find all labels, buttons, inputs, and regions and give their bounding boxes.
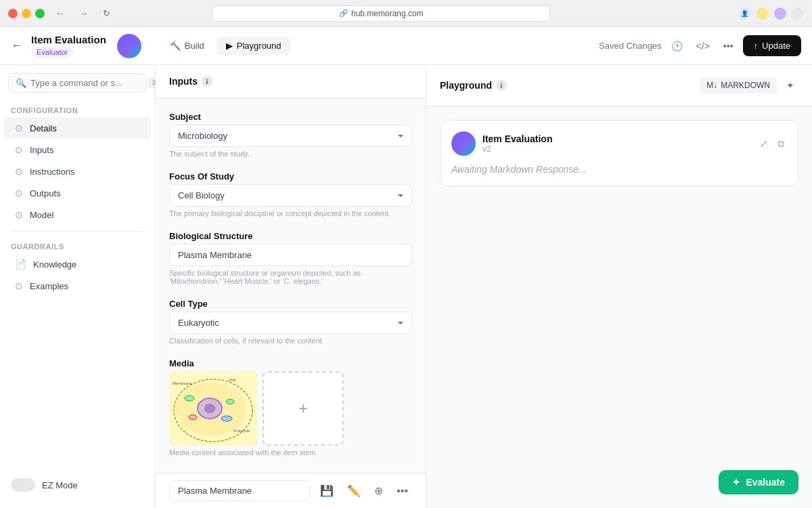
media-hint: Media content associated with the item s… <box>169 448 412 457</box>
update-button[interactable]: ↑ Update <box>743 35 801 56</box>
browser-bar: ← → ↻ 🔗 hub.memorang.com 👤 <box>0 0 812 27</box>
tab-build-label: Build <box>185 41 204 51</box>
browser-maximize[interactable] <box>35 9 45 18</box>
browser-close[interactable] <box>8 9 18 18</box>
focus-hint: The primary biological discipline or con… <box>169 209 412 217</box>
svg-text:DNA: DNA <box>229 378 236 382</box>
media-field-group: Media <box>169 358 412 457</box>
sidebar-item-knowledge[interactable]: 📄 Knowledge <box>4 253 151 275</box>
svg-point-5 <box>185 396 194 401</box>
plus-icon: + <box>298 399 308 418</box>
bottom-input-field[interactable] <box>169 480 311 501</box>
magic-button[interactable]: ✦ <box>782 76 798 95</box>
focus-select[interactable]: Cell Biology <box>169 184 412 207</box>
svg-point-7 <box>221 416 232 421</box>
svg-text:Prokaryote: Prokaryote <box>233 429 250 433</box>
response-version: v2 <box>482 144 552 154</box>
inputs-info-icon[interactable]: ℹ <box>202 76 212 87</box>
cell-diagram-svg: Membrane DNA Prokaryote <box>169 371 257 446</box>
markdown-label: MARKDOWN <box>721 81 770 90</box>
tab-playground[interactable]: ▶ Playground <box>217 37 291 55</box>
url-icon: 🔗 <box>339 9 348 18</box>
browser-reload[interactable]: ↻ <box>99 4 114 22</box>
edit-toolbar-button[interactable]: ✏️ <box>343 480 365 501</box>
playground-content: Item Evaluation v2 ⤢ ⧉ Awaiting Markdown… <box>426 106 812 508</box>
ez-mode-toggle[interactable] <box>11 478 35 492</box>
focus-label: Focus Of Study <box>169 171 412 182</box>
browser-right-controls: 👤 <box>739 7 804 20</box>
history-button[interactable]: 🕐 <box>667 37 687 56</box>
search-input[interactable] <box>30 78 144 88</box>
biological-structure-label: Biological Structure <box>169 231 412 241</box>
sidebar-item-details[interactable]: ⊙ Details <box>4 117 151 139</box>
browser-forward[interactable]: → <box>75 4 92 22</box>
response-avatar <box>451 131 476 156</box>
tab-build[interactable]: 🔨 Build <box>160 37 214 55</box>
browser-account-icon: 👤 <box>739 7 751 20</box>
biological-structure-field-group: Biological Structure Specific biological… <box>169 231 412 285</box>
sidebar-item-examples[interactable]: ⊙ Examples <box>4 275 151 297</box>
app-title: Item Evaluation <box>31 34 106 45</box>
sidebar-item-examples-label: Examples <box>30 281 68 291</box>
instructions-icon: ⊙ <box>15 166 23 177</box>
app-avatar <box>117 34 141 58</box>
more-toolbar-button[interactable]: ••• <box>392 481 412 501</box>
markdown-toggle[interactable]: M↓ MARKDOWN <box>700 77 777 93</box>
sidebar-item-instructions[interactable]: ⊙ Instructions <box>4 161 151 182</box>
response-title: Item Evaluation <box>482 133 552 144</box>
media-label: Media <box>169 358 412 368</box>
cell-type-field-group: Cell Type Eukaryotic Classification of c… <box>169 299 412 345</box>
cell-type-select[interactable]: Eukaryotic <box>169 312 412 334</box>
header-tabs: 🔨 Build ▶ Playground <box>160 37 291 55</box>
media-add-button[interactable]: + <box>263 371 344 446</box>
save-toolbar-button[interactable]: 💾 <box>316 480 338 501</box>
more-button[interactable]: ••• <box>719 37 738 56</box>
content-area: Inputs ℹ Subject Microbiology The subjec… <box>156 65 812 508</box>
code-button[interactable]: </> <box>692 37 714 56</box>
svg-point-8 <box>189 415 197 420</box>
ez-mode-label: EZ Mode <box>42 480 78 490</box>
app-header: ← Item Evaluation Evaluator 🔨 Build ▶ Pl… <box>0 27 812 65</box>
sidebar-item-model[interactable]: ⊙ Model <box>4 204 151 226</box>
evaluate-button[interactable]: ✦ Evaluate <box>719 470 798 494</box>
playground-panel: Playground ℹ M↓ MARKDOWN ✦ Item Evaluati… <box>426 65 812 508</box>
subject-hint: The subject of the study. <box>169 150 412 158</box>
evaluate-icon: ✦ <box>732 477 740 488</box>
browser-url-bar[interactable]: 🔗 hub.memorang.com <box>212 5 550 22</box>
expand-button[interactable]: ⤢ <box>757 135 771 152</box>
search-bar[interactable]: 🔍 ⌘K <box>8 73 147 93</box>
browser-minimize[interactable] <box>22 9 31 18</box>
playground-info-icon[interactable]: ℹ <box>496 80 507 91</box>
playground-header-right: M↓ MARKDOWN ✦ <box>700 76 798 95</box>
media-thumbnail[interactable]: Membrane DNA Prokaryote <box>169 371 257 446</box>
back-button[interactable]: ← <box>11 39 23 53</box>
sidebar-item-details-label: Details <box>30 123 57 133</box>
browser-back[interactable]: ← <box>51 4 68 22</box>
update-label: Update <box>762 41 790 51</box>
biological-structure-input[interactable] <box>169 244 412 266</box>
svg-point-6 <box>226 400 234 404</box>
media-grid: Membrane DNA Prokaryote + <box>169 371 412 446</box>
build-icon: 🔨 <box>170 41 181 51</box>
sidebar-item-inputs[interactable]: ⊙ Inputs <box>4 139 151 161</box>
sidebar-item-outputs[interactable]: ⊙ Outputs <box>4 182 151 204</box>
sidebar: 🔍 ⌘K Configuration ⊙ Details ⊙ Inputs ⊙ … <box>0 65 156 508</box>
evaluate-label: Evaluate <box>746 477 785 488</box>
cell-type-label: Cell Type <box>169 299 412 309</box>
copy-button[interactable]: ⧉ <box>775 135 787 152</box>
examples-icon: ⊙ <box>15 280 23 291</box>
search-icon: 🔍 <box>16 78 26 88</box>
details-icon: ⊙ <box>15 123 23 133</box>
svg-text:Membrane: Membrane <box>173 381 192 385</box>
playground-title: Playground <box>440 80 492 91</box>
inputs-icon: ⊙ <box>15 144 23 155</box>
guardrails-section-label: Guardrails <box>0 237 155 253</box>
browser-ext-icon-1 <box>757 7 769 20</box>
browser-controls <box>8 9 45 18</box>
awaiting-response-text: Awaiting Markdown Response... <box>451 164 787 175</box>
update-icon: ↑ <box>754 41 759 51</box>
header-title-group: Item Evaluation Evaluator <box>31 34 106 58</box>
subject-select[interactable]: Microbiology <box>169 125 412 147</box>
sidebar-divider <box>11 231 144 232</box>
add-toolbar-button[interactable]: ⊕ <box>370 480 387 501</box>
